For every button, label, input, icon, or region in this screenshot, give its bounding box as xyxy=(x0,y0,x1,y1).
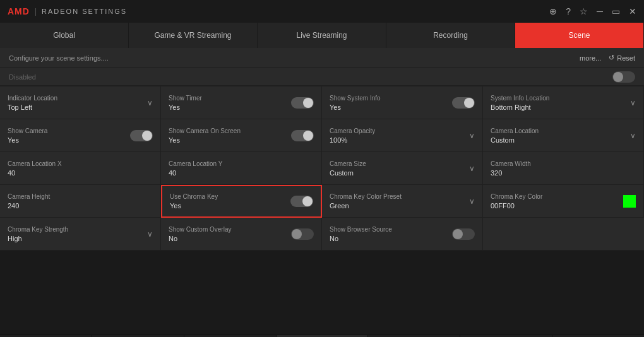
setting-camera-location-y: Camera Location Y 40 xyxy=(161,152,322,185)
toggle-knob xyxy=(303,98,313,108)
setting-value: 240 xyxy=(8,202,50,210)
setting-value: Yes xyxy=(170,202,218,210)
chevron-down-icon[interactable]: ∨ xyxy=(469,131,475,140)
setting-label: Chroma Key Strength xyxy=(8,226,68,233)
setting-value: 40 xyxy=(169,169,222,177)
setting-value: No xyxy=(330,235,392,242)
setting-label: System Info Location xyxy=(491,95,549,102)
setting-label: Camera Height xyxy=(8,193,50,200)
chevron-down-icon[interactable]: ∨ xyxy=(630,98,636,107)
setting-value: Yes xyxy=(169,136,241,144)
setting-label: Show Camera xyxy=(8,127,47,134)
setting-camera-location-x: Camera Location X 40 xyxy=(0,152,161,185)
setting-label: Show Custom Overlay xyxy=(169,226,231,233)
setting-value: Custom xyxy=(491,136,539,144)
reset-icon: ↺ xyxy=(609,54,614,62)
setting-chroma-key-preset: Chroma Key Color Preset Green ∨ xyxy=(322,185,483,218)
setting-show-timer: Show Timer Yes xyxy=(161,86,322,119)
app-title: RADEON SETTINGS xyxy=(42,8,127,15)
setting-empty xyxy=(483,218,644,251)
show-camera-toggle[interactable] xyxy=(130,130,153,141)
tab-global[interactable]: Global xyxy=(0,23,129,48)
setting-value: Custom xyxy=(330,169,366,177)
tab-scene[interactable]: Scene xyxy=(515,23,644,48)
setting-value: Green xyxy=(330,202,402,210)
more-button[interactable]: more... xyxy=(580,54,601,62)
setting-label: Camera Location Y xyxy=(169,160,222,167)
toggle-knob xyxy=(464,98,474,108)
use-chroma-key-toggle[interactable] xyxy=(290,196,313,207)
setting-value: 100% xyxy=(330,136,375,144)
show-timer-toggle[interactable] xyxy=(291,97,314,109)
setting-value: No xyxy=(169,235,231,242)
setting-label: Camera Opacity xyxy=(330,127,375,134)
setting-value: Yes xyxy=(8,136,47,144)
setting-show-browser-source: Show Browser Source No xyxy=(322,218,483,251)
chevron-down-icon[interactable]: ∨ xyxy=(147,230,153,239)
setting-value: Yes xyxy=(330,103,381,111)
target-icon[interactable]: ⊕ xyxy=(549,6,557,16)
toolbar: Configure your scene settings.... more..… xyxy=(0,48,644,68)
setting-label: Use Chroma Key xyxy=(170,193,218,200)
setting-label: Camera Width xyxy=(491,160,531,167)
setting-label: Chroma Key Color Preset xyxy=(330,193,402,200)
setting-label: Show System Info xyxy=(330,95,381,102)
setting-use-chroma-key: Use Chroma Key Yes xyxy=(161,185,322,218)
settings-grid: Indicator Location Top Left ∨ Show Timer… xyxy=(0,86,644,251)
window-controls: ⊕ ? ☆ ─ ▭ ✕ xyxy=(549,6,636,16)
chevron-down-icon[interactable]: ∨ xyxy=(469,197,475,206)
chevron-down-icon[interactable]: ∨ xyxy=(630,131,636,140)
color-swatch[interactable] xyxy=(623,195,636,208)
tab-game-vr[interactable]: Game & VR Streaming xyxy=(129,23,258,48)
amd-logo: AMD xyxy=(8,6,30,16)
separator: | xyxy=(35,7,37,16)
close-icon[interactable]: ✕ xyxy=(629,6,636,16)
toggle-knob xyxy=(613,72,623,82)
help-icon[interactable]: ? xyxy=(566,6,571,16)
chevron-down-icon[interactable]: ∨ xyxy=(469,164,475,173)
setting-label: Show Camera On Screen xyxy=(169,127,241,134)
setting-chroma-key-strength: Chroma Key Strength High ∨ xyxy=(0,218,161,251)
setting-camera-height: Camera Height 240 xyxy=(0,185,161,218)
setting-chroma-key-color: Chroma Key Color 00FF00 xyxy=(483,185,644,218)
restore-icon[interactable]: ▭ xyxy=(612,6,620,16)
setting-camera-opacity: Camera Opacity 100% ∨ xyxy=(322,119,483,152)
setting-label: Camera Size xyxy=(330,160,366,167)
reset-button[interactable]: ↺ Reset xyxy=(609,54,635,62)
show-custom-overlay-toggle[interactable] xyxy=(291,228,314,240)
toggle-knob xyxy=(302,196,313,206)
star-icon[interactable]: ☆ xyxy=(580,6,588,16)
setting-value: 40 xyxy=(8,169,62,177)
tab-live-streaming[interactable]: Live Streaming xyxy=(258,23,386,48)
toggle-knob xyxy=(453,229,463,239)
setting-label: Camera Location xyxy=(491,127,539,134)
setting-show-system-info: Show System Info Yes xyxy=(322,86,483,119)
main-tabs: Global Game & VR Streaming Live Streamin… xyxy=(0,23,644,48)
setting-show-camera: Show Camera Yes xyxy=(0,119,161,152)
setting-camera-width: Camera Width 320 xyxy=(483,152,644,185)
setting-show-custom-overlay: Show Custom Overlay No xyxy=(161,218,322,251)
chevron-down-icon[interactable]: ∨ xyxy=(147,98,153,107)
setting-show-camera-on-screen: Show Camera On Screen Yes xyxy=(161,119,322,152)
show-system-info-toggle[interactable] xyxy=(452,97,475,109)
setting-label: Camera Location X xyxy=(8,160,62,167)
titlebar: AMD | RADEON SETTINGS ⊕ ? ☆ ─ ▭ ✕ xyxy=(0,0,644,23)
bottom-navigation: ⌂ 🎮 Gaming ▶ Video ⊙ ReLive ⚙ Connect ▭ … xyxy=(0,334,644,337)
titlebar-left: AMD | RADEON SETTINGS xyxy=(8,6,127,16)
toggle-knob xyxy=(292,229,302,239)
disabled-toggle[interactable] xyxy=(612,71,635,83)
toggle-knob xyxy=(142,131,152,141)
toggle-knob xyxy=(303,131,313,141)
minimize-icon[interactable]: ─ xyxy=(597,6,603,16)
show-browser-source-toggle[interactable] xyxy=(452,228,475,240)
show-camera-screen-toggle[interactable] xyxy=(291,130,314,141)
setting-label: Show Browser Source xyxy=(330,226,392,233)
setting-label: Indicator Location xyxy=(8,95,57,102)
setting-value: Bottom Right xyxy=(491,103,549,111)
setting-value: 320 xyxy=(491,169,531,177)
tab-recording[interactable]: Recording xyxy=(386,23,515,48)
setting-label: Chroma Key Color xyxy=(491,193,542,200)
setting-value: High xyxy=(8,235,68,242)
main-content: Configure your scene settings.... more..… xyxy=(0,48,644,337)
setting-value: 00FF00 xyxy=(491,202,542,210)
